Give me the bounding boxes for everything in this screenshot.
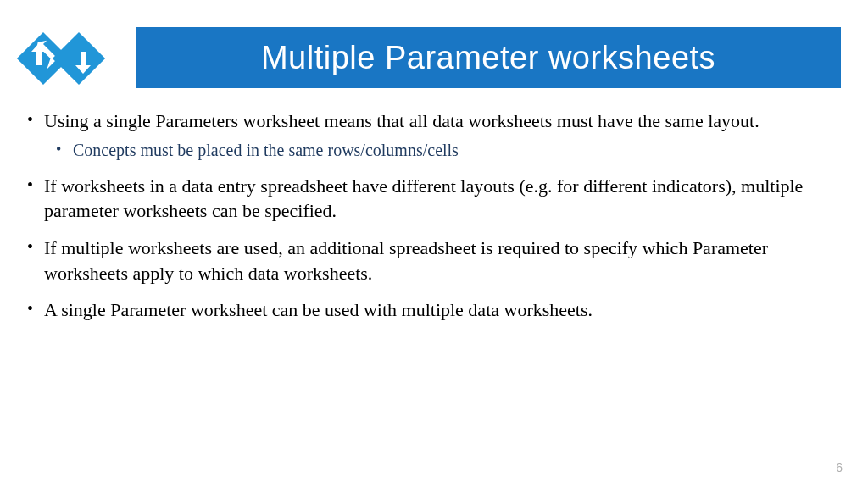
title-banner: Multiple Parameter worksheets bbox=[136, 27, 841, 88]
list-item: If worksheets in a data entry spreadshee… bbox=[24, 174, 834, 224]
bullet-list: Using a single Parameters worksheet mean… bbox=[24, 108, 834, 323]
slide-body: Using a single Parameters worksheet mean… bbox=[24, 108, 834, 335]
bullet-text: Using a single Parameters worksheet mean… bbox=[44, 110, 760, 131]
bullet-text: If multiple worksheets are used, an addi… bbox=[44, 237, 768, 284]
sub-bullet-text: Concepts must be placed in the same rows… bbox=[44, 139, 834, 162]
svg-rect-1 bbox=[53, 32, 105, 85]
slide-title: Multiple Parameter worksheets bbox=[261, 40, 715, 76]
arrows-logo-icon bbox=[15, 20, 117, 97]
bullet-text: A single Parameter worksheet can be used… bbox=[44, 299, 593, 320]
page-number: 6 bbox=[836, 461, 843, 474]
list-item: Using a single Parameters worksheet mean… bbox=[24, 108, 834, 162]
list-item: If multiple worksheets are used, an addi… bbox=[24, 236, 834, 286]
list-item: A single Parameter worksheet can be used… bbox=[24, 297, 834, 323]
bullet-text: If worksheets in a data entry spreadshee… bbox=[44, 175, 803, 222]
